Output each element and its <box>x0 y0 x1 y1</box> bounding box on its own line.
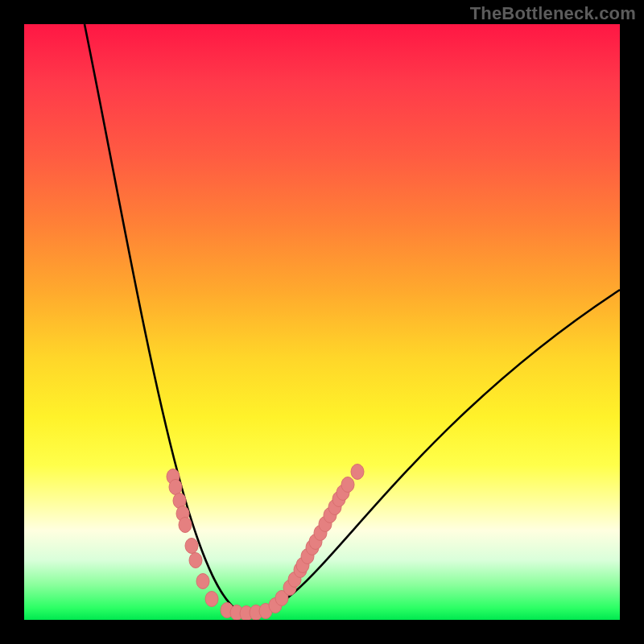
data-marker <box>288 572 301 588</box>
data-marker <box>167 469 180 485</box>
data-marker <box>221 603 233 618</box>
data-marker <box>250 605 262 621</box>
data-marker <box>301 549 314 564</box>
data-marker <box>259 604 272 619</box>
bottleneck-curve <box>85 24 620 613</box>
data-marker <box>332 492 345 507</box>
data-marker <box>205 592 218 607</box>
watermark-text: TheBottleneck.com <box>470 3 636 24</box>
data-marker <box>173 493 186 509</box>
data-marker <box>275 591 288 606</box>
data-marker <box>296 558 309 573</box>
data-marker <box>176 506 189 522</box>
chart-svg <box>24 24 620 620</box>
data-marker <box>314 526 327 541</box>
data-marker <box>269 598 282 613</box>
marker-layer <box>167 464 364 621</box>
data-marker <box>306 540 319 555</box>
data-marker <box>294 563 307 578</box>
data-marker <box>240 606 253 621</box>
data-marker <box>189 553 202 568</box>
data-marker <box>196 574 209 589</box>
data-marker <box>328 500 341 515</box>
data-marker <box>341 477 354 493</box>
data-marker <box>351 464 364 480</box>
plot-area <box>24 24 620 620</box>
data-marker <box>230 605 243 621</box>
data-marker <box>169 480 182 495</box>
chart-frame: TheBottleneck.com <box>0 0 644 644</box>
data-marker <box>185 539 198 554</box>
data-marker <box>336 485 349 501</box>
data-marker <box>319 517 332 532</box>
data-marker <box>324 508 336 523</box>
data-marker <box>283 580 296 596</box>
data-marker <box>309 535 322 550</box>
data-marker <box>179 518 192 533</box>
